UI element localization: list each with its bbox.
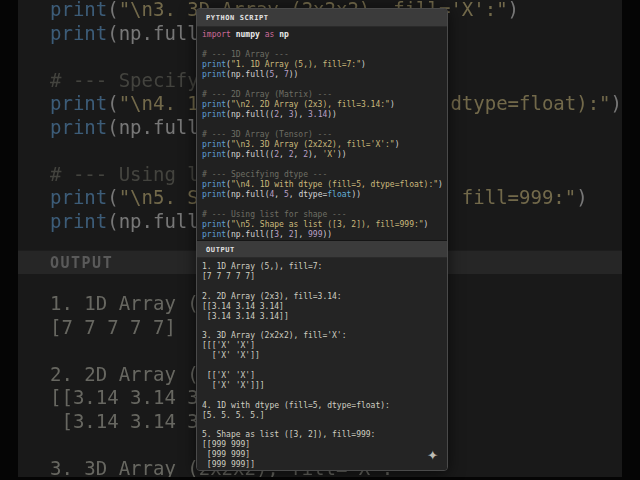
- code-line: print("\n4. 1D with dtype (fill=5, dtype…: [202, 180, 442, 190]
- code-line: [['X' 'X']: [202, 371, 442, 381]
- output-header: OUTPUT: [197, 240, 447, 258]
- code-line: 2. 2D Array (2x3), fill=3.14:: [202, 292, 442, 302]
- code-line: 4. 1D with dtype (fill=5, dtype=float):: [202, 401, 442, 411]
- code-line: [7 7 7 7 7]: [202, 272, 442, 282]
- code-panel: PYTHON SCRIPT import numpy as np # --- 1…: [196, 8, 448, 471]
- code-line: [[999 999]: [202, 440, 442, 450]
- code-line: [202, 200, 442, 210]
- code-line: import numpy as np: [202, 30, 442, 40]
- code-line: 1. 1D Array (5,), fill=7:: [202, 262, 442, 272]
- code-line: print("1. 1D Array (5,), fill=7:"): [202, 60, 442, 70]
- code-line: [3.14 3.14 3.14]]: [202, 312, 442, 322]
- code-line: 3. 3D Array (2x2x2), fill='X':: [202, 331, 442, 341]
- code-line: 5. Shape as list ([3, 2]), fill=999:: [202, 430, 442, 440]
- code-line: print(np.full(5, 7)): [202, 70, 442, 80]
- script-header: PYTHON SCRIPT: [197, 9, 447, 27]
- output-code: ✦ 1. 1D Array (5,), fill=7:[7 7 7 7 7] 2…: [197, 258, 447, 470]
- code-line: print("\n2. 2D Array (2x3), fill=3.14:"): [202, 100, 442, 110]
- code-line: ['X' 'X']]: [202, 351, 442, 361]
- bg-output-header-label: OUTPUT: [50, 251, 113, 275]
- code-line: [202, 391, 442, 401]
- script-header-label: PYTHON SCRIPT: [206, 14, 269, 22]
- script-code: import numpy as np # --- 1D Array ---pri…: [197, 27, 447, 240]
- code-line: [202, 361, 442, 371]
- code-line: [202, 160, 442, 170]
- sparkle-icon: ✦: [427, 445, 438, 463]
- code-line: [202, 282, 442, 292]
- code-line: [999 999]]: [202, 460, 442, 470]
- code-line: # --- 3D Array (Tensor) ---: [202, 130, 442, 140]
- code-line: print(np.full(4, 5, dtype=float)): [202, 190, 442, 200]
- code-line: [202, 40, 442, 50]
- code-line: [[['X' 'X']: [202, 341, 442, 351]
- output-header-label: OUTPUT: [206, 246, 235, 254]
- code-line: print(np.full((2, 2, 2), 'X')): [202, 150, 442, 160]
- code-line: ['X' 'X']]]: [202, 381, 442, 391]
- code-line: [202, 120, 442, 130]
- code-line: [202, 80, 442, 90]
- code-line: [999 999]: [202, 450, 442, 460]
- code-line: [202, 321, 442, 331]
- code-line: # --- Specifying dtype ---: [202, 170, 442, 180]
- code-line: print(np.full([3, 2], 999)): [202, 230, 442, 240]
- code-line: [[3.14 3.14 3.14]: [202, 302, 442, 312]
- code-line: print(np.full((2, 3), 3.14)): [202, 110, 442, 120]
- code-line: print("\n3. 3D Array (2x2x2), fill='X':"…: [202, 140, 442, 150]
- code-line: # --- 2D Array (Matrix) ---: [202, 90, 442, 100]
- code-line: [202, 421, 442, 431]
- code-line: [5. 5. 5. 5.]: [202, 411, 442, 421]
- code-line: # --- 1D Array ---: [202, 50, 442, 60]
- code-line: print("\n5. Shape as list ([3, 2]), fill…: [202, 220, 442, 230]
- code-line: # --- Using list for shape ---: [202, 210, 442, 220]
